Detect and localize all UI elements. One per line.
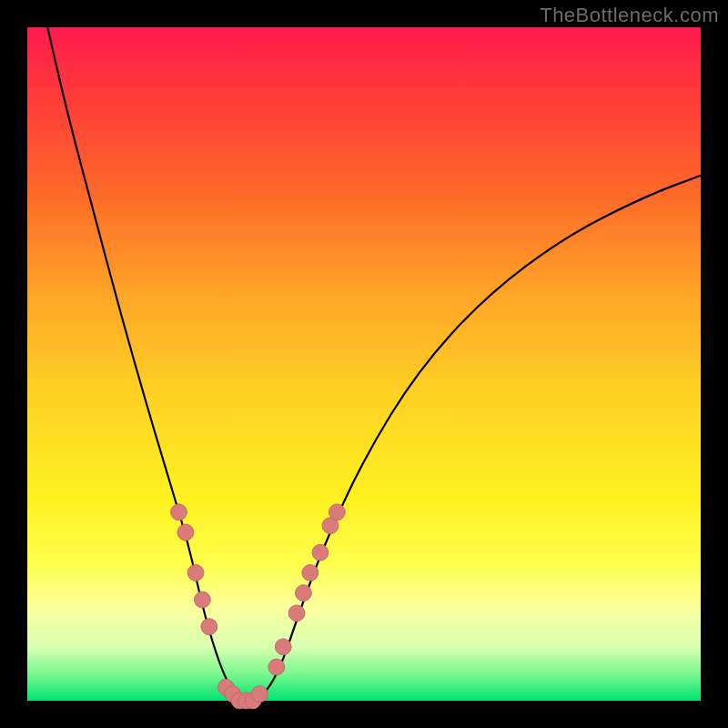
marker-dot: [312, 544, 329, 561]
marker-dot: [296, 585, 312, 602]
chart-svg: [27, 27, 701, 701]
watermark-text: TheBottleneck.com: [540, 4, 719, 27]
bottleneck-curve-line: [47, 27, 701, 701]
chart-plot-area: [27, 27, 701, 701]
marker-dot: [187, 565, 204, 581]
marker-dot: [251, 686, 268, 703]
marker-dot: [329, 504, 346, 521]
marker-dot: [201, 619, 217, 635]
marker-dot: [177, 524, 194, 541]
marker-dot: [288, 605, 305, 622]
marker-dot: [195, 592, 211, 608]
marker-dot: [302, 565, 318, 581]
chart-frame: TheBottleneck.com: [0, 0, 728, 728]
marker-dot: [275, 639, 291, 655]
marker-dot: [171, 504, 187, 521]
marker-dot: [268, 659, 285, 675]
marker-dots-group: [171, 504, 346, 709]
